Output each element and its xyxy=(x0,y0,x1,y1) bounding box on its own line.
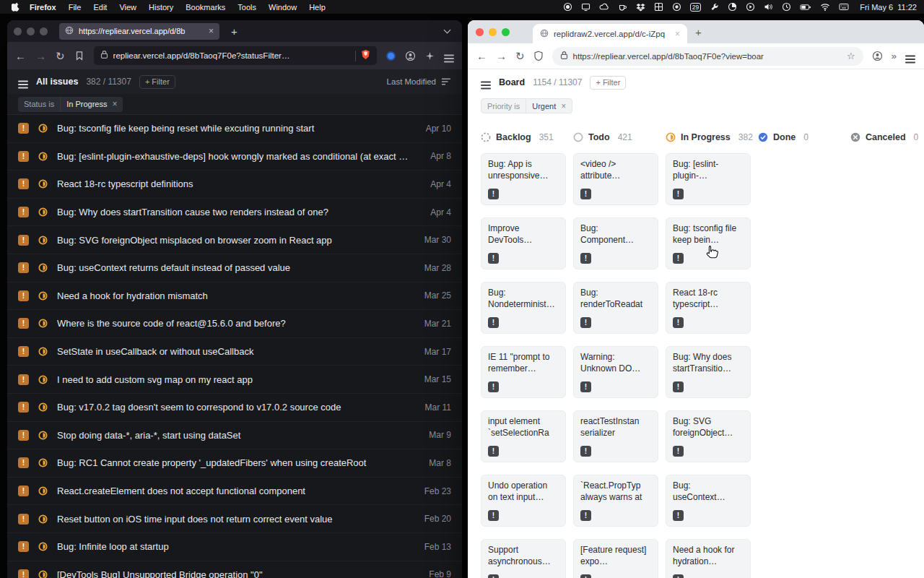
priority-urgent-icon[interactable] xyxy=(673,574,684,578)
priority-urgent-icon[interactable] xyxy=(18,430,29,441)
priority-urgent-icon[interactable] xyxy=(18,486,29,496)
menu-item-file[interactable]: File xyxy=(69,3,82,12)
list-all-tabs-icon[interactable] xyxy=(444,27,451,34)
priority-urgent-icon[interactable] xyxy=(673,510,684,521)
priority-urgent-icon[interactable] xyxy=(18,541,29,552)
cloud-icon[interactable] xyxy=(599,2,609,12)
status-in-progress-icon[interactable] xyxy=(38,207,48,217)
keyboard-icon[interactable] xyxy=(839,3,849,11)
issue-row[interactable]: React 18-rc typescript definitions Apr 4 xyxy=(7,171,462,199)
pie-status-icon[interactable] xyxy=(728,2,737,12)
issue-card[interactable]: Need a hook for hydration… xyxy=(666,539,751,578)
status-in-progress-icon[interactable] xyxy=(38,319,48,328)
menu-item-tools[interactable]: Tools xyxy=(237,3,256,12)
priority-urgent-icon[interactable] xyxy=(673,446,684,457)
wrench-icon[interactable] xyxy=(710,2,719,12)
bookmark-star-icon[interactable]: ☆ xyxy=(847,51,855,61)
issue-row[interactable]: React.createElement does not accept func… xyxy=(7,478,462,506)
priority-urgent-icon[interactable] xyxy=(18,207,29,217)
battery-icon[interactable] xyxy=(800,3,811,12)
add-filter-button[interactable]: + Filter xyxy=(590,76,626,90)
issue-card[interactable]: Warning: Unknown DO… xyxy=(573,346,658,398)
issue-row[interactable]: I need to add custom svg map on my react… xyxy=(7,366,462,394)
issue-card[interactable]: Bug: Nondeterminist… xyxy=(481,282,566,334)
priority-urgent-icon[interactable] xyxy=(580,189,591,199)
issue-card[interactable]: Bug: App is unresponsive… xyxy=(481,153,566,205)
priority-urgent-icon[interactable] xyxy=(488,381,499,392)
time-machine-icon[interactable] xyxy=(782,2,791,12)
issue-card[interactable]: Bug: tsconfig file keep bein… xyxy=(666,217,751,269)
issue-card[interactable]: input element `setSelectionRa xyxy=(481,410,566,462)
status-in-progress-icon[interactable] xyxy=(38,152,48,161)
close-tab-icon[interactable] xyxy=(675,30,680,38)
priority-urgent-icon[interactable] xyxy=(673,381,684,392)
issue-row[interactable]: Bug: Why does startTransition cause two … xyxy=(7,199,462,227)
priority-urgent-icon[interactable] xyxy=(488,446,499,457)
priority-urgent-icon[interactable] xyxy=(580,381,591,392)
priority-urgent-icon[interactable] xyxy=(18,151,29,162)
priority-urgent-icon[interactable] xyxy=(18,402,29,413)
priority-urgent-icon[interactable] xyxy=(18,262,29,273)
status-in-progress-icon[interactable] xyxy=(38,124,48,133)
menu-item-edit[interactable]: Edit xyxy=(93,3,107,12)
issue-card[interactable]: Bug: renderToReadat xyxy=(573,282,658,334)
menu-clock[interactable]: Fri May 6 11:22 xyxy=(860,3,917,12)
screen-record-icon[interactable] xyxy=(563,2,572,12)
status-in-progress-icon[interactable] xyxy=(38,179,48,189)
url-bar[interactable]: repliear.vercel.app/d/8bTaoq7F0e?statusF… xyxy=(94,46,377,65)
window-grid-icon[interactable] xyxy=(654,2,663,12)
priority-urgent-icon[interactable] xyxy=(673,317,684,328)
menu-item-bookmarks[interactable]: Bookmarks xyxy=(186,3,225,12)
remove-filter-icon[interactable] xyxy=(112,100,117,108)
wifi-icon[interactable] xyxy=(820,3,830,11)
overflow-chevrons-icon[interactable]: » xyxy=(892,51,897,61)
priority-urgent-icon[interactable] xyxy=(580,317,591,328)
display-icon[interactable] xyxy=(581,2,590,12)
brave-shield-icon[interactable] xyxy=(361,49,370,63)
issue-card[interactable]: Improve DevTools… xyxy=(481,217,566,269)
issue-row[interactable]: SetState in useCallback or without useCa… xyxy=(7,338,462,366)
status-filter-chip[interactable]: Status is In Progress xyxy=(18,97,123,112)
priority-urgent-icon[interactable] xyxy=(18,457,29,468)
remove-filter-icon[interactable] xyxy=(561,102,566,111)
privacy-shield-icon[interactable] xyxy=(533,51,544,61)
status-in-progress-icon[interactable] xyxy=(38,431,48,440)
priority-urgent-icon[interactable] xyxy=(580,253,591,264)
status-in-progress-icon[interactable] xyxy=(38,570,48,578)
issue-card[interactable]: Bug: SVG foreignObject… xyxy=(666,410,751,462)
issue-row[interactable]: Reset button on iOS time input does not … xyxy=(7,505,462,533)
sidebar-menu-icon[interactable] xyxy=(18,75,28,88)
close-window-button[interactable] xyxy=(14,27,22,35)
app-menu-icon[interactable] xyxy=(444,49,454,62)
issue-row[interactable]: Bug: SVG foreignObject misplaced on brow… xyxy=(7,226,462,254)
browser-menu-icon[interactable] xyxy=(905,50,915,63)
issue-card[interactable]: Bug: [eslint-plugin-… xyxy=(666,153,751,205)
status-in-progress-icon[interactable] xyxy=(38,236,48,245)
status-in-progress-icon[interactable] xyxy=(38,458,48,467)
issue-row[interactable]: Bug: useContext returns default instead … xyxy=(7,254,462,282)
status-in-progress-icon[interactable] xyxy=(38,291,48,301)
issue-row[interactable]: Stop doing data-*, aria-*, start using d… xyxy=(7,422,462,450)
status-in-progress-icon[interactable] xyxy=(38,514,48,524)
priority-urgent-icon[interactable] xyxy=(18,374,29,385)
issue-row[interactable]: Need a hook for hydration mismatch Mar 2… xyxy=(7,282,462,311)
priority-urgent-icon[interactable] xyxy=(580,574,591,578)
priority-urgent-icon[interactable] xyxy=(18,514,29,525)
priority-urgent-icon[interactable] xyxy=(673,253,684,264)
url-bar[interactable]: https://repliear.vercel.app/d/8bTaoq7F0e… xyxy=(552,47,863,66)
issue-card[interactable]: `React.PropTyp always warns at xyxy=(573,475,658,527)
issue-card[interactable]: React 18-rc typescript… xyxy=(666,282,751,334)
status-in-progress-icon[interactable] xyxy=(38,263,48,272)
beverage-icon[interactable] xyxy=(618,2,627,12)
issue-card[interactable]: IE 11 "prompt to remember… xyxy=(481,346,566,398)
target-icon[interactable] xyxy=(672,2,681,12)
menu-item-view[interactable]: View xyxy=(119,3,136,12)
priority-urgent-icon[interactable] xyxy=(18,235,29,246)
minimize-window-button[interactable] xyxy=(27,27,35,35)
priority-urgent-icon[interactable] xyxy=(488,574,499,578)
sidebar-menu-icon[interactable] xyxy=(481,76,491,89)
issue-card[interactable]: Undo operation on text input… xyxy=(481,475,566,527)
dropbox-icon[interactable] xyxy=(636,3,645,12)
close-tab-icon[interactable] xyxy=(209,27,214,35)
zoom-window-button[interactable] xyxy=(40,27,48,35)
